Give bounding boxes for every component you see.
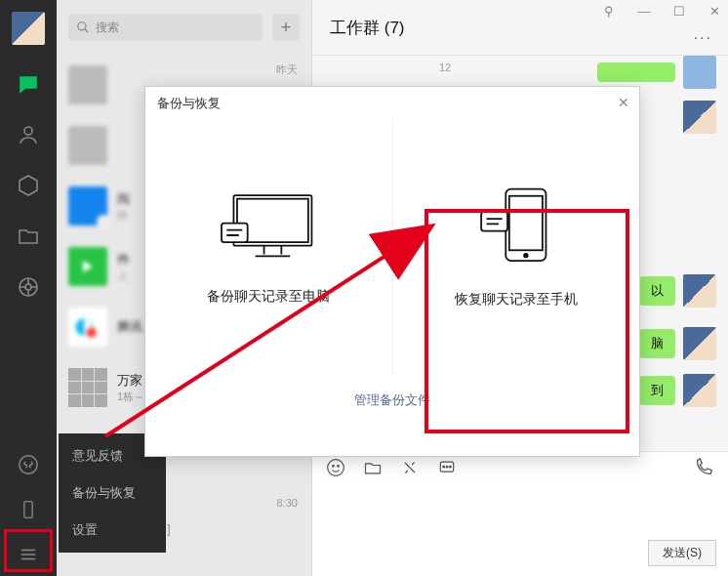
avatar[interactable]	[683, 56, 716, 89]
svg-point-2	[25, 284, 31, 290]
call-icon[interactable]	[693, 457, 714, 482]
svg-point-13	[446, 466, 448, 468]
composer: 发送(S)	[312, 451, 728, 576]
close-icon[interactable]: ✕	[707, 4, 722, 19]
avatar[interactable]	[683, 274, 716, 308]
svg-point-12	[443, 466, 445, 468]
attach-icon[interactable]	[363, 458, 383, 481]
phone-icon[interactable]	[17, 498, 40, 521]
svg-rect-4	[24, 502, 32, 518]
new-chat-button[interactable]: +	[272, 14, 300, 41]
user-avatar[interactable]	[12, 12, 45, 45]
avatar[interactable]	[683, 101, 716, 134]
pin-icon[interactable]: ⚲	[601, 4, 617, 19]
svg-point-7	[87, 328, 97, 338]
svg-point-9	[333, 466, 335, 468]
favorites-icon[interactable]	[17, 174, 40, 197]
svg-point-14	[450, 466, 452, 468]
send-button[interactable]: 发送(S)	[648, 540, 716, 566]
miniprogram-icon[interactable]	[17, 453, 40, 476]
backup-to-pc-option[interactable]: 备份聊天记录至电脑	[145, 120, 392, 374]
backup-to-pc-label: 备份聊天记录至电脑	[207, 288, 330, 306]
svg-rect-17	[222, 224, 248, 243]
contacts-icon[interactable]	[17, 123, 40, 146]
avatar[interactable]	[683, 327, 716, 360]
window-controls: ⚲ — ☐ ✕	[601, 4, 722, 19]
dialog-close-icon[interactable]: ✕	[618, 95, 629, 110]
maximize-icon[interactable]: ☐	[671, 4, 687, 19]
screenshot-icon[interactable]	[400, 458, 420, 481]
svg-point-3	[20, 456, 37, 473]
highlight-box	[4, 529, 53, 572]
minimize-icon[interactable]: —	[636, 4, 652, 19]
moments-icon[interactable]	[17, 275, 40, 299]
nav-sidebar	[0, 0, 57, 576]
history-icon[interactable]	[437, 458, 457, 481]
chats-icon[interactable]	[17, 72, 40, 96]
search-placeholder: 搜索	[96, 20, 119, 36]
svg-point-10	[338, 466, 340, 468]
svg-point-0	[24, 127, 32, 135]
dialog-title: 备份与恢复	[157, 96, 221, 110]
files-icon[interactable]	[17, 225, 40, 248]
menu-backup-restore[interactable]: 备份与恢复	[59, 474, 166, 512]
backup-restore-dialog: 备份与恢复 ✕ 备份聊天记录至电脑 恢复聊天记录至手机 管理备份文件	[144, 86, 640, 457]
avatar[interactable]	[683, 374, 716, 407]
emoji-icon[interactable]	[326, 458, 345, 481]
svg-point-5	[78, 22, 86, 30]
svg-point-8	[328, 460, 344, 476]
search-input[interactable]: 搜索	[68, 14, 263, 41]
chat-menu-icon[interactable]: ···	[694, 29, 712, 47]
unread-badge: 12	[439, 62, 451, 73]
highlight-box	[425, 209, 629, 433]
menu-settings[interactable]: 设置	[59, 512, 166, 549]
